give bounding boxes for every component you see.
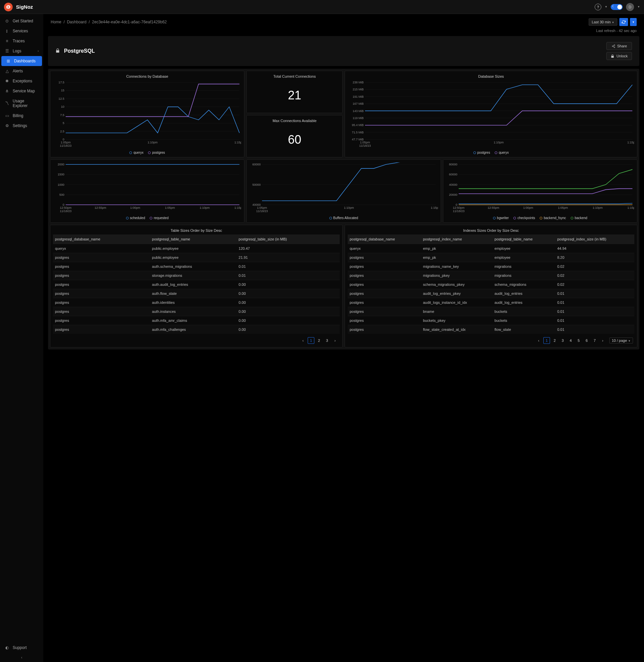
column-header[interactable]: postgresql_database_name (53, 235, 150, 244)
legend-item[interactable]: queryx (129, 151, 143, 154)
avatar[interactable]: D (626, 3, 634, 11)
panel-connections: Connections by Database 02.557.51012.515… (50, 71, 244, 157)
table-row: postgresauth.identities0.00 (53, 298, 340, 307)
column-header[interactable]: postgresql_index_size (in MB) (555, 235, 634, 244)
refresh-interval-dropdown[interactable]: ▼ (630, 18, 637, 26)
svg-text:143 MiB: 143 MiB (353, 109, 364, 113)
main-content: Home / Dashboard / 2ec3e44e-ea0e-4dc1-a6… (43, 14, 644, 662)
svg-text:2.5: 2.5 (60, 130, 65, 133)
sidebar-item-alerts[interactable]: △Alerts (0, 66, 43, 76)
sidebar-item-service-map[interactable]: ⋔Service Map (0, 86, 43, 96)
svg-text:20000: 20000 (449, 193, 457, 196)
theme-toggle[interactable] (611, 4, 623, 10)
page-next[interactable]: › (599, 337, 606, 344)
svg-text:71.5 MiB: 71.5 MiB (352, 131, 364, 134)
crumb-home[interactable]: Home (51, 20, 61, 24)
svg-text:11/18/23: 11/18/23 (60, 209, 72, 213)
table-row: postgresmigrations_name_keymigrations0.0… (348, 262, 634, 271)
help-dropdown[interactable]: ▼ (605, 5, 607, 8)
page-number[interactable]: 2 (316, 337, 322, 344)
legend-item[interactable]: backend (571, 216, 587, 220)
page-number[interactable]: 3 (559, 337, 566, 344)
svg-text:2000: 2000 (58, 163, 64, 166)
table-row: queryxpublic.employee120.47 (53, 244, 340, 253)
legend-item[interactable]: queryx (495, 151, 509, 154)
rocket-icon: ⊙ (5, 19, 9, 23)
line-chart-icon: 〽 (5, 101, 9, 106)
panel-table-sizes: Table Sizes Order by Size Desc postgresq… (50, 225, 343, 348)
page-number[interactable]: 2 (551, 337, 558, 344)
panel-title: Indexes Sizes Order by Size Desc (348, 228, 634, 235)
crumb-dashboard[interactable]: Dashboard (67, 20, 87, 24)
svg-text:1:15pm: 1:15pm (627, 141, 634, 144)
column-header[interactable]: postgresql_table_size (in MB) (237, 235, 340, 244)
last-refresh-text: Last refresh - 42 sec ago (43, 27, 644, 36)
sidebar-item-dashboards[interactable]: ⊞Dashboards (1, 56, 42, 66)
lock-icon (55, 48, 60, 54)
sidebar-item-billing[interactable]: ▭Billing (0, 111, 43, 121)
svg-point-2 (614, 47, 615, 48)
table-row: postgresbuckets_pkeybuckets0.01 (348, 316, 634, 325)
page-prev[interactable]: ‹ (300, 337, 306, 344)
time-range-picker[interactable]: Last 30 min ▼ (589, 18, 617, 26)
page-number[interactable]: 6 (583, 337, 590, 344)
sidebar-item-usage-explorer[interactable]: 〽Usage Explorer (0, 96, 43, 111)
panel-total-connections: Total Current Connections 21 (246, 71, 343, 113)
topbar: SigNoz ? ▼ D ▼ (0, 0, 644, 14)
column-header[interactable]: postgresql_table_name (150, 235, 237, 244)
legend-item[interactable]: bgwriter (493, 216, 509, 220)
legend-item[interactable]: requested (150, 216, 168, 220)
legend-item[interactable]: backend_fsync (540, 216, 566, 220)
page-number[interactable]: 4 (567, 337, 574, 344)
sidebar-item-logs[interactable]: ☰Logs› (0, 46, 43, 56)
column-header[interactable]: postgresql_database_name (348, 235, 421, 244)
legend-item[interactable]: postgres (148, 151, 165, 154)
share-button[interactable]: Share (606, 42, 632, 50)
breadcrumb: Home / Dashboard / 2ec3e44e-ea0e-4dc1-a6… (51, 20, 167, 24)
sidebar-item-exceptions[interactable]: ✱Exceptions (0, 76, 43, 86)
page-number[interactable]: 7 (591, 337, 598, 344)
panel-title: Max Connections Available (249, 118, 340, 125)
legend-item[interactable]: scheduled (126, 216, 145, 220)
svg-text:1:15pm: 1:15pm (234, 206, 242, 209)
svg-text:40000: 40000 (449, 183, 457, 186)
legend-item[interactable]: postgres (473, 151, 490, 154)
svg-text:1:10pm: 1:10pm (200, 206, 210, 209)
sidebar-item-support[interactable]: ◐ Support (0, 643, 43, 653)
svg-point-1 (612, 46, 613, 47)
column-header[interactable]: postgresql_index_name (421, 235, 493, 244)
sidebar-collapse[interactable]: ‹ (0, 653, 43, 662)
brand-name: SigNoz (16, 4, 33, 10)
page-number[interactable]: 5 (575, 337, 582, 344)
sidebar-item-label: Logs (13, 49, 21, 53)
page-number[interactable]: 3 (324, 337, 330, 344)
panel-index-sizes: Indexes Sizes Order by Size Desc postgre… (345, 225, 637, 348)
crumb-id: 2ec3e44e-ea0e-4dc1-a6ac-76eaf1429b62 (92, 20, 167, 24)
user-dropdown[interactable]: ▼ (637, 5, 640, 8)
sidebar-item-services[interactable]: ⫿Services (0, 26, 43, 36)
sidebar: ⊙Get Started⫿Services≡Traces☰Logs›⊞Dashb… (0, 14, 43, 662)
page-next[interactable]: › (332, 337, 338, 344)
page-size-select[interactable]: 10 / page ▼ (610, 337, 633, 344)
svg-text:1:05pm: 1:05pm (165, 206, 175, 209)
legend-item[interactable]: Buffers Allocated (329, 216, 358, 220)
table-row: postgresauth.audit_log_entries0.00 (53, 280, 340, 289)
support-icon: ◐ (5, 645, 9, 650)
page-number[interactable]: 1 (543, 337, 550, 344)
legend-item[interactable]: checkpoints (513, 216, 535, 220)
page-prev[interactable]: ‹ (535, 337, 542, 344)
unlock-button[interactable]: Unlock (606, 52, 632, 60)
column-header[interactable]: postgresql_table_name (493, 235, 555, 244)
page-number[interactable]: 1 (308, 337, 314, 344)
table-row: postgresauth.flow_state0.00 (53, 289, 340, 298)
align-left-icon: ☰ (5, 49, 9, 53)
sidebar-item-traces[interactable]: ≡Traces (0, 36, 43, 46)
share-icon: ⋔ (5, 89, 9, 93)
sidebar-item-get-started[interactable]: ⊙Get Started (0, 16, 43, 26)
svg-text:1:15pm: 1:15pm (627, 206, 634, 209)
svg-text:1:10pm: 1:10pm (593, 206, 603, 209)
sidebar-item-settings[interactable]: ⚙Settings (0, 121, 43, 131)
refresh-button[interactable] (619, 18, 628, 26)
bell-icon: △ (5, 69, 9, 73)
help-button[interactable]: ? (595, 4, 601, 10)
